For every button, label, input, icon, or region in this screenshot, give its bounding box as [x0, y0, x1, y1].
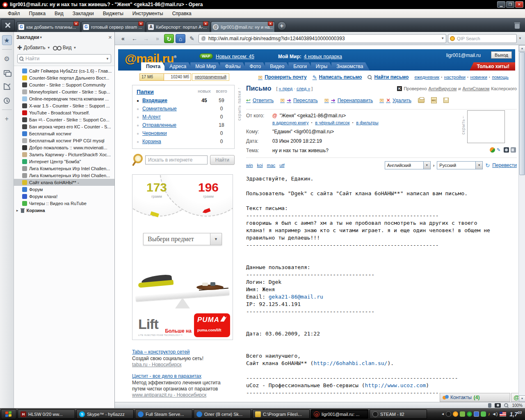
bookmarks-search-input[interactable]	[25, 56, 104, 62]
steam-tray-icon[interactable]	[446, 411, 451, 417]
panel-close-icon[interactable]: ✕	[108, 35, 112, 40]
ad-item-select[interactable]: Выбери предмет ▼	[143, 233, 222, 245]
settings-link[interactable]: настройки	[444, 75, 466, 80]
photo-icon[interactable]	[504, 147, 509, 153]
bookmark-item[interactable]: Moneyforplant - Counter - Strike :: Sup.…	[14, 88, 114, 95]
quota-unlimited-link[interactable]: неограниченный	[192, 73, 229, 81]
browser-tab-active[interactable]: @ ligr001@mail.ru: ну и на... x	[211, 21, 275, 32]
menu-bookmarks[interactable]: Закладки	[68, 10, 98, 17]
next-message-link[interactable]: след »	[297, 86, 310, 91]
bookmark-item[interactable]: Бесплатный хостинг PHP CGI mysql	[14, 137, 114, 144]
tab-close-icon[interactable]: x	[73, 21, 79, 26]
updater-tray-icon[interactable]	[481, 411, 486, 417]
mailru-tab-5[interactable]: Фото	[245, 62, 268, 71]
chevron-down-icon[interactable]: ▼	[39, 36, 43, 39]
text-ad[interactable]: Цистит - все дело в паразитахМетод эффек…	[132, 373, 235, 398]
mailru-tab-6[interactable]: Видео	[265, 62, 291, 71]
ad-url-link[interactable]: www.antiparazit.ru - Новосибирск	[132, 392, 206, 398]
prev-message-link[interactable]: « пред	[279, 86, 293, 91]
bookmarks-search-field[interactable]: ▼	[17, 54, 111, 63]
menu-tools[interactable]: Инструменты	[128, 10, 168, 17]
qip-search-input[interactable]	[457, 36, 515, 41]
folder-link[interactable]: Отправленные	[142, 122, 196, 128]
contacts-bar[interactable]: Контакты (4)	[440, 393, 510, 402]
volume-mixer-icon[interactable]: ♪	[488, 411, 490, 417]
panel-transfers-icon[interactable]	[2, 82, 12, 91]
mailru-tab-3[interactable]: Мой Мир	[190, 62, 222, 71]
puma-logo-box[interactable]: PUMA puma.com/lift	[194, 313, 230, 337]
translate-to-select[interactable]: Русский▼	[437, 161, 483, 169]
panel-bookmarks-star-icon[interactable]: ★	[2, 35, 12, 45]
tray-collapse-arrow[interactable]: ◄	[441, 412, 445, 416]
bookmark-view-button[interactable]: Вид ▼	[53, 45, 77, 50]
scroll-up-arrow[interactable]: ▲	[519, 45, 525, 52]
mailru-tab-4[interactable]: Файлы	[220, 62, 247, 71]
ad-title-link[interactable]: Цистит - все дело в паразитах	[132, 373, 235, 379]
bookmark-item[interactable]: YouTube - Broadcast Yourself.	[14, 109, 114, 116]
panel-history-clock-icon[interactable]	[2, 96, 12, 105]
volume-icon[interactable]: ◄)	[492, 411, 498, 417]
bookmark-item[interactable]: Сайт клана 6оНАНЫ** -	[14, 179, 114, 186]
qip-search-field[interactable]	[448, 34, 517, 43]
minimize-button[interactable]: ▁	[497, 1, 505, 8]
tab-close-icon[interactable]: x	[138, 21, 144, 26]
mailru-tab-7[interactable]: Блоги	[288, 62, 313, 71]
browser-tab-1[interactable]: G как добавить плагины... x	[16, 21, 80, 32]
logout-button[interactable]: Выход	[491, 51, 512, 59]
ucoz-link[interactable]: http://www.ucoz.com	[365, 382, 426, 388]
compose-link[interactable]: ✎Написать письмо	[313, 74, 362, 80]
page-scrollbar[interactable]: ▲ ▼	[518, 45, 525, 402]
mailru-tab-8[interactable]: Игры	[311, 62, 334, 71]
fast-forward-button[interactable]: »	[153, 34, 162, 43]
bookmark-item[interactable]: Сайт Геймера НубаZzz (cs-1.6) - Глав...	[14, 67, 114, 74]
zoom-level[interactable]: 100%	[512, 403, 523, 408]
taskbar-button[interactable]: SSkype™ - hy6azzz	[76, 409, 134, 419]
display-tray-icon[interactable]	[474, 411, 479, 417]
taskbar-button[interactable]: Oligr001@mail.ru: ...	[311, 409, 368, 419]
start-button[interactable]	[1, 409, 16, 419]
add-to-filters-link[interactable]: в фильтры	[356, 120, 378, 125]
sender-email-link[interactable]: geka21-86@mail.ru	[269, 294, 323, 300]
panel-add-icon[interactable]: +	[2, 114, 12, 124]
forward-button[interactable]: ✉➜Переслать	[280, 97, 318, 103]
language-flag-icon[interactable]	[500, 412, 506, 416]
close-button[interactable]: ✕	[515, 1, 523, 8]
forward-button[interactable]: →	[141, 34, 151, 43]
ad-url-link[interactable]: taba.ru - Новосибирск	[132, 362, 181, 368]
bookmark-item[interactable]: Лига Компьютерных Игр Intel Challen...	[14, 172, 114, 179]
daybook-link[interactable]: ежедневник	[414, 75, 439, 80]
tab-close-icon[interactable]: x	[268, 21, 273, 26]
bookmarks-trash-item[interactable]: ▸Корзина	[14, 207, 114, 214]
bookmark-item[interactable]: Counter-Strike портал Дальнего Вост...	[14, 74, 114, 81]
new-mail-link[interactable]: Новых писем: 45	[216, 54, 254, 59]
bookmark-item[interactable]: Бан =\ - Counter - Strike :: Support Co.…	[14, 116, 114, 123]
reload-button[interactable]: ↻	[164, 34, 174, 43]
camera-icon[interactable]	[495, 403, 501, 408]
encoding-utf-link[interactable]: utf	[279, 163, 284, 168]
encoding-mac-link[interactable]: mac	[267, 163, 276, 168]
hide-folders-link[interactable]: ← скрыть папки	[237, 85, 242, 121]
bookmark-item[interactable]: Залить Картинку - PictureShack® Хос...	[14, 151, 114, 158]
bookmark-add-button[interactable]: ✚ Добавить ▼	[17, 44, 50, 51]
url-field[interactable]: @ ▼	[199, 34, 446, 43]
bookmark-item[interactable]: Counter - Strike :: Support Community	[14, 81, 114, 88]
browser-tab-3[interactable]: A Киберспорт: портал А-... x	[146, 21, 210, 32]
bookmark-item[interactable]: Форум клана!	[14, 193, 114, 200]
clan-site-link[interactable]: http://6ohahbi.clan.su/	[313, 360, 387, 366]
add-to-addressbook-link[interactable]: в адресную книгу	[272, 120, 309, 125]
tray-clock[interactable]: 1,703	[509, 411, 524, 418]
folder-link[interactable]: Сомнительные	[142, 106, 196, 112]
profile-icon[interactable]	[490, 147, 495, 153]
panels-toggle-button[interactable]	[1, 19, 15, 31]
back-button[interactable]: ←	[130, 34, 139, 43]
web-search-input[interactable]	[145, 155, 208, 164]
redirect-button[interactable]: ✉➜Перенаправить	[324, 97, 373, 103]
news-link[interactable]: новинки	[470, 75, 487, 80]
expander-icon[interactable]: ▸	[16, 208, 18, 212]
url-input[interactable]	[208, 36, 439, 41]
scroll-down-arrow[interactable]: ▼	[519, 395, 525, 402]
check-mail-link[interactable]: ✉Проверить почту	[258, 74, 306, 80]
bookmark-item[interactable]: Бесплатный хостинг	[14, 130, 114, 137]
taskbar-button[interactable]: STEAM - ll2	[370, 409, 427, 419]
encoding-win-link[interactable]: win	[246, 163, 253, 168]
